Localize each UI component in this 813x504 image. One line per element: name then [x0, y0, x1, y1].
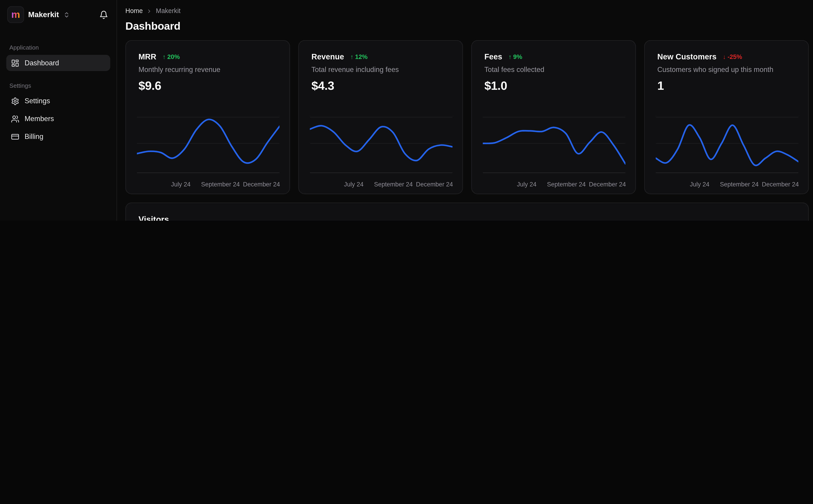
stat-subtitle: Monthly recurring revenue [138, 66, 277, 74]
section-label-application: Application [9, 44, 107, 50]
x-tick: December 24 [243, 181, 280, 188]
sidebar-item-label: Dashboard [24, 59, 59, 67]
stat-title: New Customers [657, 52, 717, 61]
notifications-bell-icon[interactable] [97, 8, 110, 21]
sparkline-chart [137, 111, 279, 176]
x-tick: July 24 [517, 181, 536, 188]
stat-delta-badge: ↓-25% [723, 53, 742, 60]
chevrons-up-down-icon [63, 11, 70, 18]
page-title: Dashboard [125, 20, 809, 32]
sparkline-chart [483, 111, 624, 176]
stat-title: MRR [138, 52, 156, 61]
x-tick: December 24 [416, 181, 453, 188]
arrow-down-icon: ↓ [723, 53, 726, 60]
gear-icon [11, 97, 19, 105]
sparkline-x-axis: July 24 September 24 December 24 [656, 181, 797, 189]
x-tick: September 24 [547, 181, 586, 188]
team-name: Makerkit [28, 11, 59, 19]
stat-delta-badge: ↑9% [508, 53, 522, 60]
x-tick: September 24 [720, 181, 759, 188]
sparkline-chart [656, 111, 797, 176]
main-content: Home Makerkit Dashboard MRR ↑20% Monthly… [117, 0, 813, 221]
x-tick: July 24 [690, 181, 709, 188]
section-label-settings: Settings [9, 82, 107, 89]
chevron-right-icon [146, 8, 152, 14]
users-icon [11, 114, 19, 123]
x-tick: September 24 [374, 181, 413, 188]
stat-title: Revenue [312, 52, 344, 61]
sidebar-nav-application: Dashboard [6, 55, 110, 71]
sidebar-item-settings[interactable]: Settings [6, 93, 110, 109]
sidebar-item-dashboard[interactable]: Dashboard [6, 55, 110, 71]
stat-delta-badge: ↑12% [350, 53, 368, 60]
stat-card-mrr: MRR ↑20% Monthly recurring revenue $9.6 … [125, 40, 290, 194]
app-window: m Makerkit Application Dashboard Setting… [0, 0, 813, 221]
sidebar-item-label: Settings [24, 97, 50, 105]
visitors-card: Visitors Showing total visitors for the … [125, 202, 809, 221]
sidebar-item-label: Members [24, 115, 54, 123]
x-tick: December 24 [589, 181, 626, 188]
sidebar-item-members[interactable]: Members [6, 111, 110, 127]
sidebar-item-billing[interactable]: Billing [6, 128, 110, 145]
sidebar-header: m Makerkit [6, 5, 110, 24]
x-tick: September 24 [201, 181, 240, 188]
stat-subtitle: Total revenue including fees [312, 66, 450, 74]
credit-card-icon [11, 132, 19, 141]
x-tick: July 24 [171, 181, 190, 188]
sparkline-x-axis: July 24 September 24 December 24 [137, 181, 279, 189]
sparkline-x-axis: July 24 September 24 December 24 [483, 181, 624, 189]
stat-value: $4.3 [312, 79, 450, 93]
sidebar: m Makerkit Application Dashboard Setting… [0, 0, 117, 221]
stat-delta-badge: ↑20% [162, 53, 180, 60]
stat-value: $9.6 [138, 79, 277, 93]
stat-card-new-customers: New Customers ↓-25% Customers who signed… [644, 40, 809, 194]
stat-card-fees: Fees ↑9% Total fees collected $1.0 July … [471, 40, 636, 194]
stat-title: Fees [484, 52, 502, 61]
team-switcher[interactable]: m Makerkit [6, 5, 93, 24]
sidebar-item-label: Billing [24, 133, 43, 140]
stat-value: $1.0 [484, 79, 623, 93]
stat-subtitle: Customers who signed up this month [657, 66, 796, 74]
arrow-up-icon: ↑ [350, 53, 354, 60]
stat-card-revenue: Revenue ↑12% Total revenue including fee… [299, 40, 463, 194]
stat-cards-row: MRR ↑20% Monthly recurring revenue $9.6 … [125, 40, 809, 194]
stat-subtitle: Total fees collected [484, 66, 623, 74]
x-tick: December 24 [762, 181, 799, 188]
x-tick: July 24 [344, 181, 363, 188]
makerkit-logo: m [7, 6, 24, 23]
layout-dashboard-icon [11, 59, 19, 67]
sidebar-nav-settings: Settings Members Billing [6, 93, 110, 145]
sparkline-x-axis: July 24 September 24 December 24 [310, 181, 451, 189]
arrow-up-icon: ↑ [508, 53, 511, 60]
breadcrumb: Home Makerkit [125, 7, 809, 15]
arrow-up-icon: ↑ [162, 53, 166, 60]
stat-value: 1 [657, 79, 796, 93]
breadcrumb-current: Makerkit [156, 7, 181, 15]
breadcrumb-home-link[interactable]: Home [125, 7, 143, 15]
visitors-title: Visitors [138, 215, 796, 221]
sparkline-chart [310, 111, 451, 176]
